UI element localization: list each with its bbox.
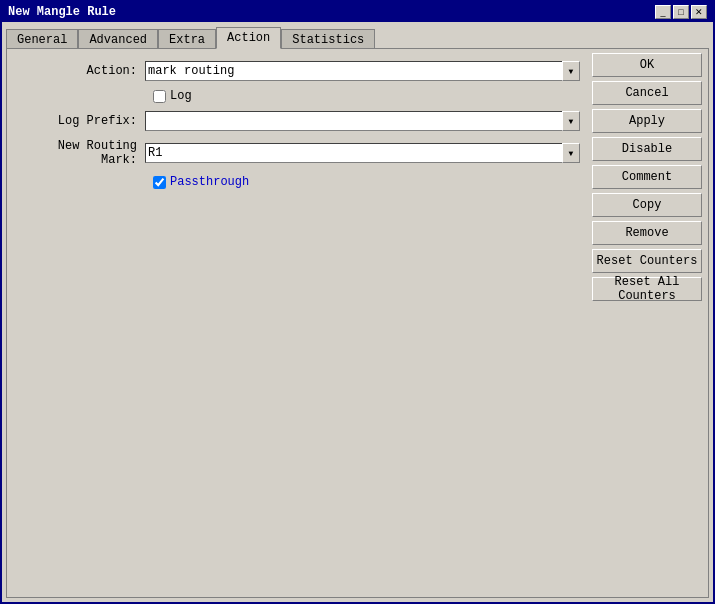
log-prefix-wrapper: ▼ (145, 111, 580, 131)
action-select-wrapper: mark routing accept drop log passthrough… (145, 61, 580, 81)
title-bar: New Mangle Rule _ □ ✕ (2, 2, 713, 22)
main-content: Action: mark routing accept drop log pas… (6, 48, 709, 598)
reset-all-counters-button[interactable]: Reset All Counters (592, 277, 702, 301)
log-prefix-input[interactable] (145, 111, 580, 131)
remove-button[interactable]: Remove (592, 221, 702, 245)
cancel-button[interactable]: Cancel (592, 81, 702, 105)
passthrough-label: Passthrough (170, 175, 249, 189)
log-checkbox[interactable] (153, 90, 166, 103)
routing-mark-label: New Routing Mark: (15, 139, 145, 167)
tabs-row: General Advanced Extra Action Statistics (6, 26, 709, 48)
maximize-button[interactable]: □ (673, 5, 689, 19)
passthrough-row: Passthrough (153, 175, 580, 189)
disable-button[interactable]: Disable (592, 137, 702, 161)
buttons-panel: OK Cancel Apply Disable Comment Copy Rem… (588, 49, 708, 597)
apply-button[interactable]: Apply (592, 109, 702, 133)
window-title: New Mangle Rule (8, 5, 116, 19)
title-bar-controls: _ □ ✕ (655, 5, 707, 19)
copy-button[interactable]: Copy (592, 193, 702, 217)
passthrough-checkbox[interactable] (153, 176, 166, 189)
tab-action[interactable]: Action (216, 27, 281, 49)
routing-mark-row: New Routing Mark: R1 R2 R3 ▼ (15, 139, 580, 167)
window: New Mangle Rule _ □ ✕ General Advanced E… (0, 0, 715, 604)
log-label: Log (170, 89, 192, 103)
log-checkbox-row: Log (153, 89, 580, 103)
action-row: Action: mark routing accept drop log pas… (15, 61, 580, 81)
close-button[interactable]: ✕ (691, 5, 707, 19)
log-prefix-label: Log Prefix: (15, 114, 145, 128)
comment-button[interactable]: Comment (592, 165, 702, 189)
window-body: General Advanced Extra Action Statistics… (2, 22, 713, 602)
routing-mark-select[interactable]: R1 R2 R3 (145, 143, 580, 163)
minimize-button[interactable]: _ (655, 5, 671, 19)
routing-mark-wrapper: R1 R2 R3 ▼ (145, 143, 580, 163)
reset-counters-button[interactable]: Reset Counters (592, 249, 702, 273)
ok-button[interactable]: OK (592, 53, 702, 77)
action-select[interactable]: mark routing accept drop log passthrough… (145, 61, 580, 81)
log-prefix-row: Log Prefix: ▼ (15, 111, 580, 131)
form-panel: Action: mark routing accept drop log pas… (7, 49, 588, 597)
action-label: Action: (15, 64, 145, 78)
